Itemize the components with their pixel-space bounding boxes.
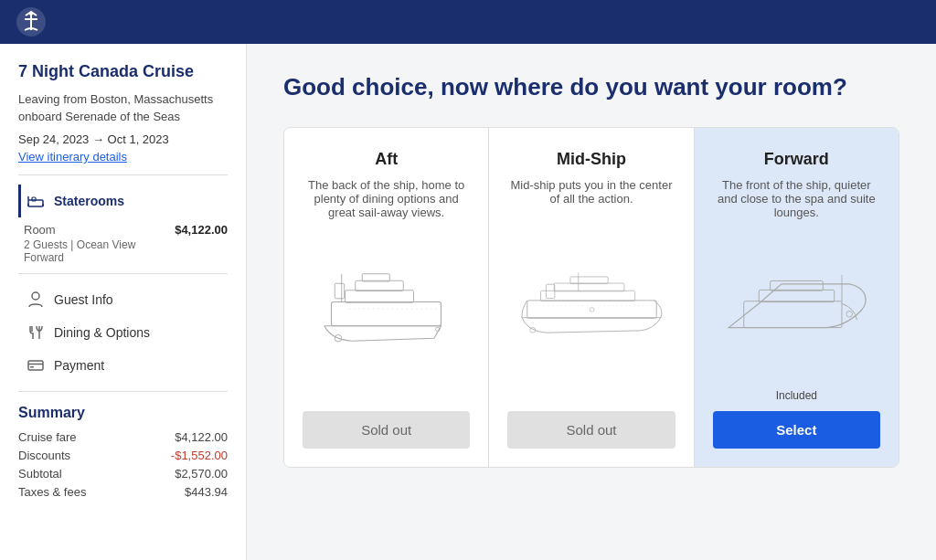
staterooms-label: Staterooms — [54, 194, 124, 208]
divider-2 — [18, 273, 228, 274]
aft-desc: The back of the ship, home to plenty of … — [303, 178, 470, 219]
discounts-value: -$1,552.00 — [171, 449, 228, 462]
divider-3 — [18, 391, 228, 392]
svg-rect-19 — [335, 283, 344, 298]
view-itinerary-link[interactable]: View itinerary details — [18, 150, 228, 164]
discounts-label: Discounts — [18, 449, 70, 462]
midship-sold-out-button: Sold out — [507, 411, 675, 449]
payment-label: Payment — [54, 358, 104, 373]
sidebar-item-guest-info[interactable]: Guest Info — [18, 283, 228, 316]
sidebar-item-payment[interactable]: Payment — [18, 349, 228, 382]
svg-point-37 — [846, 311, 853, 317]
svg-rect-36 — [770, 280, 823, 291]
divider-1 — [18, 174, 228, 175]
svg-point-3 — [29, 12, 33, 16]
svg-rect-18 — [362, 274, 389, 281]
onboard: onboard Serenade of the Seas — [18, 110, 228, 123]
forward-desc: The front of the ship, quieter and close… — [713, 178, 880, 219]
cruise-fare-value: $4,122.00 — [175, 430, 228, 444]
room-label: Room — [24, 223, 56, 237]
svg-rect-34 — [744, 301, 842, 328]
svg-rect-24 — [526, 301, 655, 318]
taxes-value: $443.94 — [185, 485, 228, 499]
svg-rect-15 — [332, 302, 441, 326]
svg-rect-26 — [554, 283, 624, 291]
forward-select-button[interactable]: Select — [713, 411, 880, 449]
forward-illustration — [713, 236, 880, 382]
room-option-midship: Mid-Ship Mid-ship puts you in the center… — [489, 128, 694, 467]
svg-rect-28 — [546, 284, 554, 298]
summary-subtotal: Subtotal $2,570.00 — [18, 467, 228, 481]
app-header — [0, 0, 936, 44]
svg-rect-14 — [30, 366, 34, 368]
taxes-label: Taxes & fees — [18, 485, 86, 499]
svg-rect-12 — [28, 361, 43, 370]
forward-title: Forward — [764, 150, 829, 169]
room-options-container: Aft The back of the ship, home to plenty… — [283, 127, 899, 468]
logo — [15, 5, 48, 38]
svg-rect-27 — [569, 277, 607, 284]
aft-sold-out-button: Sold out — [303, 411, 470, 449]
card-icon — [27, 356, 45, 375]
summary-title: Summary — [18, 405, 228, 421]
summary-taxes: Taxes & fees $443.94 — [18, 485, 228, 499]
room-price-row: Room $4,122.00 — [24, 223, 228, 237]
aft-illustration — [303, 236, 470, 382]
sidebar-item-staterooms[interactable]: Staterooms — [18, 185, 228, 217]
summary-section: Summary Cruise fare $4,122.00 Discounts … — [18, 405, 228, 499]
svg-point-9 — [32, 292, 39, 300]
room-price: $4,122.00 — [175, 223, 228, 237]
midship-title: Mid-Ship — [557, 150, 626, 169]
leaving-from: Leaving from Boston, Massachusetts — [18, 92, 228, 106]
fork-icon — [27, 323, 45, 342]
room-option-forward: Forward The front of the ship, quieter a… — [695, 128, 899, 467]
subtotal-value: $2,570.00 — [175, 467, 228, 481]
page-heading: Good choice, now where do you want your … — [283, 73, 899, 101]
midship-desc: Mid-ship puts you in the center of all t… — [507, 178, 675, 215]
sidebar: 7 Night Canada Cruise Leaving from Bosto… — [0, 44, 247, 560]
main-layout: 7 Night Canada Cruise Leaving from Bosto… — [0, 44, 936, 560]
room-option-aft: Aft The back of the ship, home to plenty… — [284, 128, 489, 467]
forward-included-label: Included — [776, 389, 817, 402]
room-detail: 2 Guests | Ocean View Forward — [24, 238, 228, 264]
cruise-dates: Sep 24, 2023 → Oct 1, 2023 — [18, 132, 228, 146]
subtotal-label: Subtotal — [18, 467, 62, 481]
svg-rect-35 — [759, 290, 834, 301]
summary-cruise-fare: Cruise fare $4,122.00 — [18, 430, 228, 444]
sidebar-item-dining[interactable]: Dining & Options — [18, 316, 228, 349]
midship-illustration — [507, 231, 675, 377]
cruise-title: 7 Night Canada Cruise — [18, 62, 228, 81]
person-icon — [27, 291, 45, 309]
dining-label: Dining & Options — [54, 325, 150, 340]
main-content: Good choice, now where do you want your … — [247, 44, 936, 560]
guest-info-label: Guest Info — [54, 292, 113, 307]
svg-rect-17 — [356, 280, 403, 291]
bed-icon — [27, 192, 45, 210]
cruise-fare-label: Cruise fare — [18, 430, 77, 444]
svg-rect-16 — [346, 291, 414, 302]
summary-discounts: Discounts -$1,552.00 — [18, 449, 228, 462]
aft-title: Aft — [375, 150, 398, 169]
svg-point-29 — [590, 308, 594, 312]
